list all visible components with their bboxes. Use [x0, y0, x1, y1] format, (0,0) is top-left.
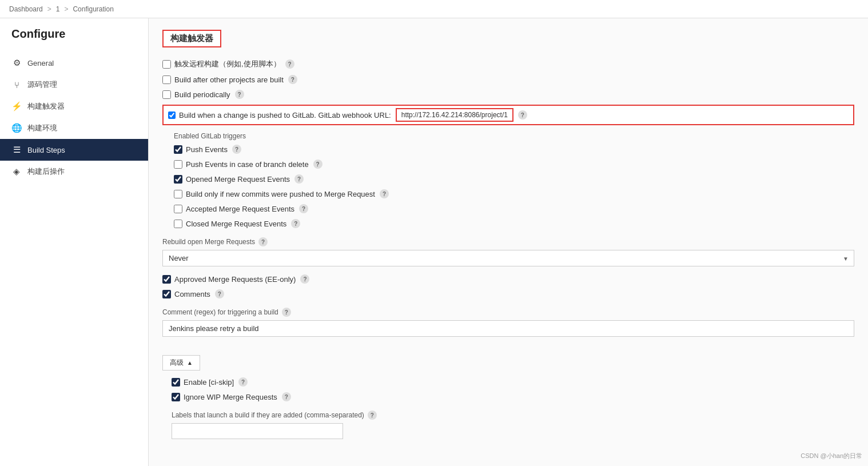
closed-mr-label[interactable]: Closed Merge Request Events [174, 220, 286, 228]
ci-skip-label[interactable]: Enable [ci-skip] [172, 378, 234, 387]
closed-mr-checkbox[interactable] [174, 220, 182, 228]
env-icon: 🌐 [11, 123, 22, 133]
approved-mr-text: Approved Merge Requests (EE-only) [174, 275, 296, 284]
gitlab-push-label[interactable]: Build when a change is pushed to GitLab.… [168, 111, 391, 120]
sidebar-item-source[interactable]: ⑂ 源码管理 [0, 74, 148, 95]
ignore-wip-help[interactable]: ? [282, 392, 291, 401]
breadcrumb-project[interactable]: 1 [56, 5, 60, 13]
sidebar-item-trigger[interactable]: ⚡ 构建触发器 [0, 95, 148, 117]
ignore-wip-row: Ignore WIP Merge Requests ? [172, 392, 854, 401]
comments-help[interactable]: ? [215, 289, 224, 298]
labels-label: Labels that launch a build if they are a… [172, 411, 854, 420]
new-commits-label[interactable]: Build only if new commits were pushed to… [174, 190, 375, 198]
push-events-checkbox[interactable] [174, 145, 182, 154]
after-projects-label[interactable]: Build after other projects are built [162, 75, 284, 84]
sidebar-item-label: 构建环境 [27, 123, 57, 133]
new-commits-help[interactable]: ? [380, 189, 389, 198]
push-branch-delete-label[interactable]: Push Events in case of branch delete [174, 160, 309, 169]
comment-regex-input[interactable] [162, 320, 854, 337]
push-events-label[interactable]: Push Events [174, 145, 228, 154]
sidebar-item-label: Build Steps [27, 146, 65, 154]
opened-mr-label[interactable]: Opened Merge Request Events [174, 175, 290, 184]
opened-mr-checkbox[interactable] [174, 175, 182, 184]
accepted-mr-text: Accepted Merge Request Events [186, 205, 294, 213]
comments-checkbox[interactable] [162, 290, 171, 298]
ignore-wip-checkbox[interactable] [172, 393, 180, 401]
rebuild-select[interactable]: Never On push Always [162, 250, 854, 266]
gitlab-push-row: Build when a change is pushed to GitLab.… [162, 105, 854, 125]
gitlab-triggers-section: Enabled GitLab triggers Push Events ? Pu… [162, 132, 854, 228]
new-commits-checkbox[interactable] [174, 190, 182, 198]
accepted-mr-label[interactable]: Accepted Merge Request Events [174, 205, 294, 213]
push-branch-delete-row: Push Events in case of branch delete ? [174, 160, 854, 169]
advanced-button[interactable]: 高级 ▲ [162, 355, 200, 371]
build-periodically-row: Build periodically ? [162, 90, 854, 99]
opened-mr-text: Opened Merge Request Events [186, 175, 290, 184]
trigger-icon: ⚡ [11, 101, 22, 111]
build-periodically-checkbox[interactable] [162, 90, 171, 99]
accepted-mr-checkbox[interactable] [174, 205, 182, 213]
opened-mr-help[interactable]: ? [294, 174, 304, 184]
after-projects-text: Build after other projects are built [174, 75, 284, 84]
after-projects-checkbox[interactable] [162, 75, 171, 84]
sidebar-item-env[interactable]: 🌐 构建环境 [0, 117, 148, 139]
comment-regex-label: Comment (regex) for triggering a build ? [162, 308, 854, 317]
content-area: 构建触发器 触发远程构建（例如,使用脚本） ? Build after othe… [149, 18, 868, 466]
ci-skip-help[interactable]: ? [238, 377, 248, 387]
sidebar-item-buildsteps[interactable]: ☰ Build Steps [0, 139, 148, 161]
section-header-box: 构建触发器 [162, 30, 221, 47]
gear-icon: ⚙ [11, 58, 22, 68]
gitlab-push-help[interactable]: ? [518, 110, 527, 120]
new-commits-text: Build only if new commits were pushed to… [186, 190, 375, 198]
comment-regex-help[interactable]: ? [282, 308, 291, 317]
ci-skip-checkbox[interactable] [172, 378, 180, 387]
gitlab-push-checkbox[interactable] [168, 111, 176, 119]
build-periodically-text: Build periodically [174, 90, 230, 99]
ignore-wip-text: Ignore WIP Merge Requests [184, 393, 277, 401]
chevron-up-icon: ▲ [187, 360, 193, 366]
opened-mr-row: Opened Merge Request Events ? [174, 174, 854, 184]
watermark: CSDN @小han的日常 [801, 452, 862, 460]
after-projects-row: Build after other projects are built ? [162, 75, 854, 84]
after-projects-help[interactable]: ? [288, 75, 297, 84]
push-branch-delete-checkbox[interactable] [174, 160, 182, 169]
approved-mr-checkbox[interactable] [162, 275, 171, 284]
build-periodically-help[interactable]: ? [235, 90, 244, 99]
remote-trigger-help[interactable]: ? [285, 59, 294, 69]
rebuild-help[interactable]: ? [258, 237, 268, 246]
source-icon: ⑂ [11, 79, 22, 90]
approved-mr-help[interactable]: ? [300, 274, 309, 284]
push-events-row: Push Events ? [174, 145, 854, 154]
comments-label[interactable]: Comments [162, 290, 210, 298]
labels-input[interactable] [172, 423, 343, 439]
ignore-wip-label[interactable]: Ignore WIP Merge Requests [172, 393, 277, 401]
rebuild-label: Rebuild open Merge Requests ? [162, 237, 854, 246]
breadcrumb-sep2: > [64, 5, 68, 13]
buildsteps-icon: ☰ [11, 145, 22, 155]
breadcrumb-dashboard[interactable]: Dashboard [9, 5, 43, 13]
push-branch-delete-help[interactable]: ? [313, 160, 322, 169]
sidebar-item-postbuild[interactable]: ◈ 构建后操作 [0, 161, 148, 182]
sidebar: Configure ⚙ General ⑂ 源码管理 ⚡ 构建触发器 🌐 构建环… [0, 18, 149, 466]
ci-skip-row: Enable [ci-skip] ? [172, 377, 854, 387]
push-branch-delete-text: Push Events in case of branch delete [186, 160, 309, 169]
labels-help[interactable]: ? [368, 411, 377, 420]
remote-trigger-checkbox[interactable] [162, 60, 171, 69]
sidebar-item-general[interactable]: ⚙ General [0, 52, 148, 74]
rebuild-select-wrapper[interactable]: Never On push Always [162, 250, 854, 266]
push-events-help[interactable]: ? [232, 145, 241, 154]
rebuild-label-text: Rebuild open Merge Requests [162, 238, 255, 246]
webhook-url-box: http://172.16.42.214:8086/project/1 [396, 108, 513, 122]
accepted-mr-row: Accepted Merge Request Events ? [174, 204, 854, 213]
accepted-mr-help[interactable]: ? [299, 204, 308, 213]
approved-mr-label[interactable]: Approved Merge Requests (EE-only) [162, 275, 296, 284]
remote-trigger-label[interactable]: 触发远程构建（例如,使用脚本） [162, 59, 281, 69]
sidebar-item-label: General [27, 59, 54, 67]
main-layout: Configure ⚙ General ⑂ 源码管理 ⚡ 构建触发器 🌐 构建环… [0, 18, 868, 466]
closed-mr-help[interactable]: ? [291, 219, 300, 228]
sidebar-item-label: 构建后操作 [27, 166, 65, 177]
advanced-section: Enable [ci-skip] ? Ignore WIP Merge Requ… [162, 377, 854, 439]
closed-mr-text: Closed Merge Request Events [186, 220, 286, 228]
build-periodically-label[interactable]: Build periodically [162, 90, 230, 99]
labels-label-text: Labels that launch a build if they are a… [172, 411, 364, 419]
